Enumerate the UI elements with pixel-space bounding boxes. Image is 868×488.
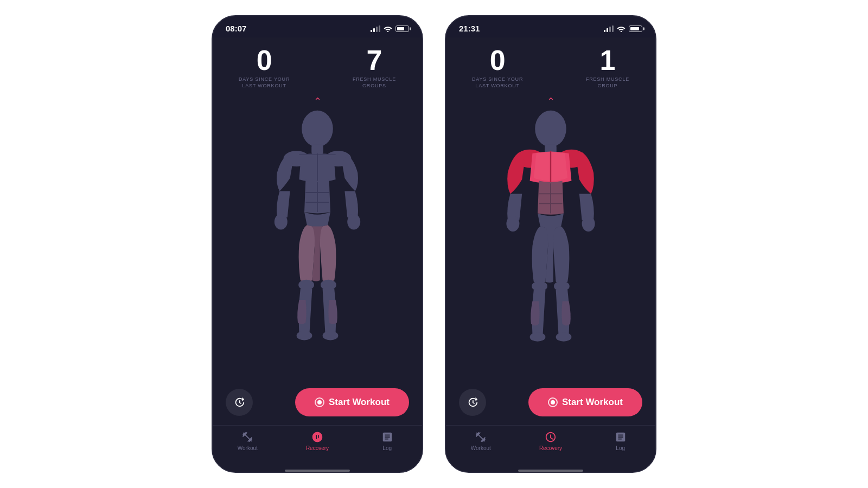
svg-point-23	[582, 216, 595, 232]
tab-recovery-label-1: Recovery	[306, 445, 329, 451]
body-diagram-2	[446, 107, 655, 382]
svg-point-12	[323, 331, 339, 341]
tab-recovery-label-2: Recovery	[539, 445, 562, 451]
fresh-number-1: 7	[353, 46, 396, 74]
home-indicator-2	[518, 470, 583, 472]
signal-icon-2	[604, 25, 614, 32]
svg-point-9	[298, 280, 314, 290]
history-icon	[233, 396, 245, 408]
history-button-2[interactable]	[459, 389, 486, 416]
days-number-1: 0	[239, 46, 290, 74]
history-button-1[interactable]	[226, 389, 253, 416]
body-diagram-1	[213, 107, 422, 382]
tab-log-2[interactable]: Log	[585, 431, 655, 451]
phone-1: 08:07 0 DAYS SINCE YOURLAST WORKOUT 7 FR…	[212, 15, 423, 473]
recovery-tab-icon-2	[545, 431, 557, 443]
svg-point-22	[506, 216, 519, 232]
history-icon-2	[467, 396, 478, 408]
svg-point-27	[556, 332, 572, 342]
muscle-map-2	[486, 108, 616, 381]
log-tab-icon-2	[615, 431, 627, 443]
svg-point-7	[275, 214, 288, 230]
days-stat-2: 0 DAYS SINCE YOURLAST WORKOUT	[472, 46, 523, 89]
tab-log-label-1: Log	[382, 445, 392, 451]
record-icon-2	[548, 397, 558, 407]
workout-tab-icon-2	[475, 431, 487, 443]
status-bar-2: 21:31	[446, 16, 655, 37]
tab-workout-label-2: Workout	[471, 445, 491, 451]
wifi-icon	[384, 25, 392, 32]
tab-recovery-1[interactable]: Recovery	[283, 431, 353, 451]
days-label-1: DAYS SINCE YOURLAST WORKOUT	[239, 76, 290, 89]
tab-recovery-2[interactable]: Recovery	[516, 431, 586, 451]
svg-point-24	[532, 281, 547, 291]
stats-row-1: 0 DAYS SINCE YOURLAST WORKOUT 7 FRESH MU…	[213, 37, 422, 93]
start-workout-label-1: Start Workout	[329, 397, 390, 408]
signal-icon	[371, 25, 380, 32]
status-icons-1	[371, 25, 409, 32]
wifi-icon-2	[617, 25, 626, 32]
fresh-stat-2: 1 FRESH MUSCLEGROUP	[586, 46, 629, 89]
tab-bar-1: Workout Recovery Log	[213, 425, 422, 466]
fresh-number-2: 1	[586, 46, 629, 74]
battery-icon-2	[629, 25, 642, 32]
status-icons-2	[604, 25, 642, 32]
fresh-label-2: FRESH MUSCLEGROUP	[586, 76, 629, 89]
tab-workout-label-1: Workout	[238, 445, 258, 451]
svg-point-0	[302, 111, 333, 147]
svg-point-10	[321, 280, 336, 290]
time-1: 08:07	[226, 24, 246, 33]
muscle-map-1	[252, 108, 382, 381]
svg-point-11	[297, 331, 312, 341]
bottom-actions-2: Start Workout	[446, 382, 655, 425]
svg-point-25	[554, 281, 570, 291]
status-bar-1: 08:07	[213, 16, 422, 37]
time-2: 21:31	[459, 24, 480, 33]
recovery-tab-icon-1	[311, 431, 323, 443]
days-label-2: DAYS SINCE YOURLAST WORKOUT	[472, 76, 523, 89]
svg-point-8	[347, 214, 360, 230]
tab-log-label-2: Log	[616, 445, 625, 451]
log-tab-icon-1	[381, 431, 393, 443]
days-stat-1: 0 DAYS SINCE YOURLAST WORKOUT	[239, 46, 290, 89]
start-workout-button-2[interactable]: Start Workout	[528, 388, 642, 416]
tab-log-1[interactable]: Log	[352, 431, 422, 451]
stats-row-2: 0 DAYS SINCE YOURLAST WORKOUT 1 FRESH MU…	[446, 37, 655, 93]
battery-icon	[395, 25, 409, 32]
chevron-up-1[interactable]: ⌃	[213, 93, 422, 107]
fresh-stat-1: 7 FRESH MUSCLEGROUPS	[353, 46, 396, 89]
tab-workout-2[interactable]: Workout	[446, 431, 516, 451]
record-icon-1	[315, 397, 324, 407]
chevron-up-2[interactable]: ⌃	[446, 93, 655, 107]
tab-workout-1[interactable]: Workout	[213, 431, 283, 451]
phone-2: 21:31 0 DAYS SINCE YOURLAST WORKOUT 1 FR…	[445, 15, 656, 473]
start-workout-button-1[interactable]: Start Workout	[295, 388, 409, 416]
svg-rect-1	[311, 144, 323, 155]
fresh-label-1: FRESH MUSCLEGROUPS	[353, 76, 396, 89]
start-workout-label-2: Start Workout	[562, 397, 623, 408]
svg-point-15	[535, 111, 566, 147]
days-number-2: 0	[472, 46, 523, 74]
home-indicator-1	[285, 470, 350, 472]
bottom-actions-1: Start Workout	[213, 382, 422, 425]
svg-point-26	[530, 332, 546, 342]
workout-tab-icon-1	[241, 431, 253, 443]
tab-bar-2: Workout Recovery Log	[446, 425, 655, 466]
